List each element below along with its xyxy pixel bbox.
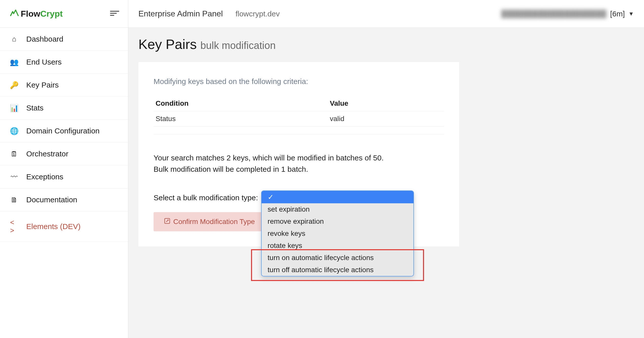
app-title: Enterprise Admin Panel xyxy=(138,9,223,18)
logo-text-flow: Flow xyxy=(21,9,40,18)
criteria-value: valid xyxy=(328,111,444,127)
logo[interactable]: FlowCrypt xyxy=(10,9,63,19)
exceptions-icon: 〰 xyxy=(10,173,18,181)
sidebar-item-elements-dev-[interactable]: < >Elements (DEV) xyxy=(0,211,128,242)
logo-text-crypt: Crypt xyxy=(40,9,63,18)
sidebar-nav: ⌂Dashboard👥End Users🔑Key Pairs📊Stats🌐Dom… xyxy=(0,28,128,242)
edit-icon xyxy=(164,218,170,226)
criteria-condition: Status xyxy=(154,111,328,127)
sidebar-item-exceptions[interactable]: 〰Exceptions xyxy=(0,165,128,188)
page-subtitle: bulk modification xyxy=(201,40,276,51)
sidebar-item-label: Stats xyxy=(26,104,43,112)
globe-icon: 🌐 xyxy=(10,127,18,135)
sidebar-item-orchestrator[interactable]: 🗓Orchestrator xyxy=(0,143,128,165)
modification-type-row: Select a bulk modification type: ✓set ex… xyxy=(154,192,444,202)
bulk-modification-card: Modifying keys based on the following cr… xyxy=(138,62,459,246)
match-summary-line1: Your search matches 2 keys, which will b… xyxy=(154,152,444,163)
sidebar-item-label: Dashboard xyxy=(26,35,63,43)
confirm-modification-button[interactable]: Confirm Modification Type xyxy=(154,212,265,231)
modification-type-select[interactable]: ✓set expirationremove expirationrevoke k… xyxy=(261,190,414,276)
sidebar-item-label: End Users xyxy=(26,58,62,66)
code-icon: < > xyxy=(10,218,18,235)
select-label: Select a bulk modification type: xyxy=(154,192,258,202)
topbar: Enterprise Admin Panel flowcrypt.dev ███… xyxy=(128,0,644,28)
page-title: Key Pairs xyxy=(138,37,197,52)
page-heading: Key Pairs bulk modification xyxy=(128,28,644,62)
sidebar-item-key-pairs[interactable]: 🔑Key Pairs xyxy=(0,74,128,97)
main-content: Enterprise Admin Panel flowcrypt.dev ███… xyxy=(128,0,644,338)
sidebar: FlowCrypt ⌂Dashboard👥End Users🔑Key Pairs… xyxy=(0,0,128,338)
sidebar-item-label: Orchestrator xyxy=(26,150,68,158)
criteria-header-value: Value xyxy=(328,96,444,111)
criteria-header-condition: Condition xyxy=(154,96,328,111)
users-icon: 👥 xyxy=(10,58,18,66)
home-icon: ⌂ xyxy=(10,35,18,43)
match-summary: Your search matches 2 keys, which will b… xyxy=(154,152,444,175)
key-icon: 🔑 xyxy=(10,81,18,89)
sidebar-item-label: Exceptions xyxy=(26,173,63,181)
sidebar-item-domain-configuration[interactable]: 🌐Domain Configuration xyxy=(0,120,128,143)
select-option[interactable]: remove expiration xyxy=(262,215,413,228)
sidebar-item-documentation[interactable]: 🗎Documentation xyxy=(0,188,128,211)
chevron-down-icon[interactable]: ▼ xyxy=(628,11,634,17)
criteria-intro: Modifying keys based on the following cr… xyxy=(154,77,444,86)
user-identity: ████████████████████ xyxy=(501,10,607,18)
sidebar-header: FlowCrypt xyxy=(0,0,128,28)
calendar-icon: 🗓 xyxy=(10,150,18,158)
stats-icon: 📊 xyxy=(10,104,18,112)
select-option[interactable]: turn off automatic lifecycle actions xyxy=(262,264,413,276)
match-summary-line2: Bulk modification will be completed in 1… xyxy=(154,163,444,175)
criteria-table: Condition Value Statusvalid xyxy=(154,96,444,127)
table-row: Statusvalid xyxy=(154,111,444,127)
sidebar-item-label: Elements (DEV) xyxy=(26,222,81,231)
select-option[interactable]: rotate keys xyxy=(262,240,413,252)
select-option[interactable]: set expiration xyxy=(262,203,413,215)
select-option[interactable]: revoke keys xyxy=(262,228,413,240)
sidebar-item-stats[interactable]: 📊Stats xyxy=(0,97,128,120)
sidebar-item-label: Documentation xyxy=(26,195,77,204)
sidebar-item-label: Domain Configuration xyxy=(26,127,100,135)
select-option[interactable]: ✓ xyxy=(262,191,413,203)
logo-mark-icon xyxy=(10,9,19,19)
session-time: [6m] xyxy=(610,10,625,18)
sidebar-item-dashboard[interactable]: ⌂Dashboard xyxy=(0,28,128,51)
sidebar-item-end-users[interactable]: 👥End Users xyxy=(0,51,128,74)
document-icon: 🗎 xyxy=(10,196,18,204)
select-option[interactable]: turn on automatic lifecycle actions xyxy=(262,252,413,264)
menu-toggle-icon[interactable] xyxy=(110,11,119,17)
domain-label: flowcrypt.dev xyxy=(235,10,280,18)
confirm-button-label: Confirm Modification Type xyxy=(173,218,255,226)
sidebar-item-label: Key Pairs xyxy=(26,81,59,89)
